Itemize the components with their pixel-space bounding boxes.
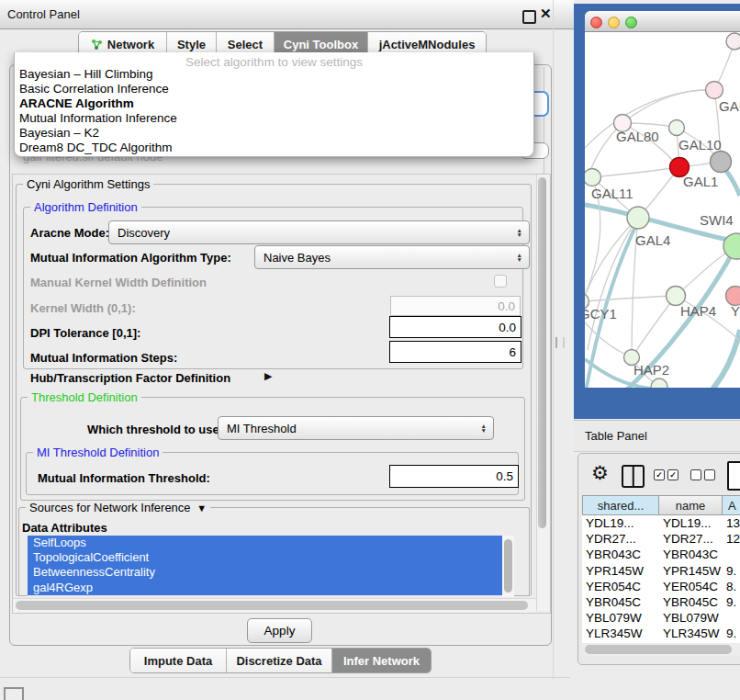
aracne-mode-label: Aracne Mode:	[30, 226, 109, 240]
node-gray[interactable]	[711, 152, 732, 173]
network-window: GALGAL80GAL10GAL1GAL11SWI4GAL4GCY1HAP4YH…	[585, 11, 740, 388]
which-threshold-select[interactable]: MI Threshold ▲▼	[218, 416, 494, 440]
gear-icon[interactable]: ⚙	[591, 462, 609, 484]
node-label-gal: GAL	[719, 98, 740, 114]
algorithm-definition-title: Algorithm Definition	[30, 200, 141, 214]
dpi-tolerance-input[interactable]: 0.0	[389, 316, 521, 338]
zoom-traffic-light[interactable]	[625, 17, 637, 28]
network-canvas[interactable]: GALGAL80GAL10GAL1GAL11SWI4GAL4GCY1HAP4YH…	[585, 32, 740, 388]
mi-threshold-input[interactable]: 0.5	[389, 465, 519, 488]
cell-shared-name: YDR27...	[582, 531, 663, 547]
algorithm-option-aracne-algorithm[interactable]: ARACNE Algorithm	[15, 96, 533, 111]
mi-steps-input[interactable]: 6	[389, 341, 521, 363]
combo-arrows-icon: ▲▼	[517, 253, 522, 262]
settings-horizontal-scrollbar-thumb[interactable]	[16, 601, 528, 610]
close-traffic-light[interactable]	[590, 17, 602, 28]
column-header-a[interactable]: A	[723, 495, 740, 515]
node-top-partial[interactable]	[726, 33, 740, 50]
kernel-width-label: Kernel Width (0,1):	[30, 301, 136, 315]
split-handle-icon[interactable]	[555, 337, 565, 348]
threshold-definition-title: Threshold Definition	[28, 390, 141, 404]
tab-impute-data[interactable]: Impute Data	[130, 649, 227, 672]
node-label-gal11: GAL11	[591, 186, 633, 201]
data-attributes-label: Data Attributes	[22, 521, 107, 535]
tab-label: Discretize Data	[236, 654, 321, 668]
algorithm-option-basic-correlation-inference[interactable]: Basic Correlation Inference	[15, 82, 533, 96]
table-row[interactable]: YLR345WYLR345W9.	[582, 626, 740, 641]
checked-checkbox-icon[interactable]: ✓	[667, 469, 678, 480]
node-gal11[interactable]	[585, 169, 601, 186]
unchecked-checkbox-icon[interactable]	[690, 469, 701, 480]
table-horizontal-scrollbar-thumb[interactable]	[585, 645, 732, 654]
dock-panel-icon[interactable]	[4, 687, 24, 700]
attribute-item-selfloops[interactable]: SelfLoops	[28, 536, 502, 550]
algorithm-dropdown-items: Bayesian – Hill ClimbingBasic Correlatio…	[15, 67, 533, 156]
apply-button[interactable]: Apply	[247, 618, 312, 643]
float-window-icon[interactable]	[522, 10, 536, 24]
node-pink-upper[interactable]	[706, 82, 723, 99]
node-bottom-partial[interactable]	[651, 378, 667, 388]
attributes-list-scrollbar-thumb[interactable]	[504, 539, 512, 593]
table-row[interactable]: YDR27...YDR27...12	[582, 531, 740, 547]
column-header-shared[interactable]: shared...	[582, 495, 659, 515]
network-icon	[91, 39, 103, 51]
tab-label: Impute Data	[144, 654, 212, 668]
hub-definition-label[interactable]: Hub/Transcription Factor Definition	[30, 371, 230, 385]
node-gal10[interactable]	[669, 120, 685, 136]
settings-vertical-scrollbar-thumb[interactable]	[538, 177, 546, 528]
expand-right-icon[interactable]: ▶	[264, 370, 272, 382]
cell-value: 9.	[726, 563, 736, 579]
data-attributes-list: SelfLoopsTopologicalCoefficientBetweenne…	[28, 536, 502, 597]
network-edge	[585, 296, 676, 301]
cell-name: YDR27...	[663, 531, 726, 547]
attribute-item-betweennesscentrality[interactable]: BetweennessCentrality	[28, 565, 502, 580]
algorithm-option-dream8-dc-tdc-algorithm[interactable]: Dream8 DC_TDC Algorithm	[15, 141, 533, 155]
sources-title-text: Sources for Network Inference	[29, 501, 191, 514]
cell-value: 9.	[726, 594, 736, 610]
tab-infer-network[interactable]: Infer Network	[332, 649, 431, 672]
attribute-item-gal4rgexp[interactable]: gal4RGexp	[28, 581, 502, 595]
mi-type-select[interactable]: Naive Bayes ▲▼	[254, 245, 530, 269]
table-row[interactable]: YBR045CYBR045C9.	[582, 594, 740, 610]
mi-threshold-group-title: MI Threshold Definition	[33, 446, 163, 459]
tab-discretize-data[interactable]: Discretize Data	[227, 649, 332, 672]
cell-name: YER054C	[663, 579, 726, 594]
node-gal4[interactable]	[627, 207, 649, 229]
algorithm-option-bayesian-hill-climbing[interactable]: Bayesian – Hill Climbing	[15, 67, 533, 82]
algorithm-option-bayesian-k2[interactable]: Bayesian – K2	[15, 126, 533, 141]
checked-checkbox-icon[interactable]: ✓	[654, 469, 665, 480]
manual-kernel-checkbox[interactable]	[494, 275, 507, 288]
cyni-algorithm-settings-title: Cyni Algorithm Settings	[23, 177, 153, 191]
table-row[interactable]: YBR043CYBR043C	[582, 547, 740, 562]
split-columns-icon[interactable]	[622, 465, 645, 488]
aracne-mode-select[interactable]: Discovery ▲▼	[108, 220, 530, 244]
cell-name: YDL19...	[663, 515, 726, 531]
panel-split-divider[interactable]	[553, 0, 554, 680]
mi-threshold-label: Mutual Information Threshold:	[38, 471, 210, 485]
which-threshold-value: MI Threshold	[227, 422, 297, 435]
table-row[interactable]: YER054CYER054C8.	[582, 579, 740, 594]
tab-label: Style	[177, 38, 206, 51]
mi-steps-label: Mutual Information Steps:	[30, 351, 177, 365]
combo-arrows-icon: ▲▼	[481, 423, 487, 433]
algorithm-dropdown: Select algorithm to view settings Bayesi…	[14, 52, 534, 157]
cell-shared-name: YPR145W	[582, 563, 663, 579]
kernel-width-input[interactable]: 0.0	[390, 296, 521, 316]
cell-name: YBR045C	[663, 594, 726, 610]
attribute-item-topologicalcoefficient[interactable]: TopologicalCoefficient	[28, 550, 502, 565]
minimize-traffic-light[interactable]	[608, 17, 620, 28]
table-panel-title: Table Panel	[585, 429, 647, 443]
close-icon[interactable]: ✕	[540, 6, 552, 22]
column-header-name[interactable]: name	[659, 495, 723, 515]
combo-arrows-icon: ▲▼	[517, 228, 522, 237]
unchecked-checkbox-icon[interactable]	[704, 469, 715, 480]
network-window-titlebar[interactable]	[585, 11, 740, 32]
algorithm-option-mutual-information-inference[interactable]: Mutual Information Inference	[15, 111, 533, 126]
cell-shared-name: YDL19...	[582, 515, 663, 531]
table-row[interactable]: YDL19...YDL19...13	[582, 515, 740, 531]
cell-name: YBR043C	[663, 547, 726, 562]
table-row[interactable]: YPR145WYPR145W9.	[582, 563, 740, 579]
collapse-down-icon[interactable]: ▼	[194, 502, 207, 514]
table-row[interactable]: YBL079WYBL079W	[582, 610, 740, 626]
file-icon[interactable]	[727, 461, 740, 491]
